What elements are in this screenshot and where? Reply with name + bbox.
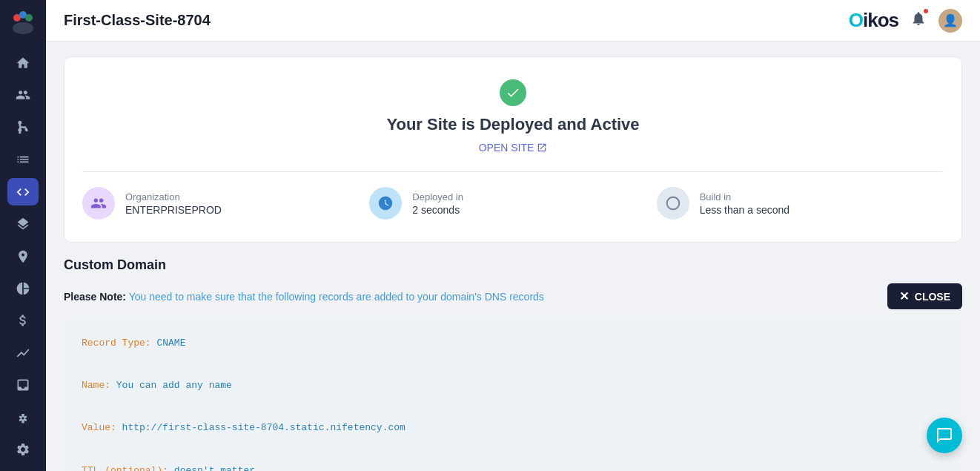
notice-bold: Please Note: [64,291,126,303]
dns-line-4 [82,397,944,418]
svg-point-3 [13,22,33,34]
sidebar-item-code[interactable] [7,178,39,205]
notification-badge [922,7,930,15]
dns-code-block: Record Type: CNAME Name: You can add any… [64,318,962,471]
info-build-in: Build in Less than a second [657,187,944,220]
info-row: Organization ENTERPRISEPROD Deployed in … [82,171,944,220]
dns-val-3: http://first-class-site-8704.static.nife… [122,422,405,433]
dns-line-3: Name: You can add any name [82,375,944,397]
sidebar-logo[interactable] [8,7,38,37]
dns-key-2: Name: [82,380,116,391]
notice-bar: Please Note: You need to make sure that … [64,283,962,309]
brand-o: O [849,9,863,31]
dns-line-7: TTL (optional): doesn't matter [82,461,944,471]
custom-domain-section: Custom Domain Please Note: You need to m… [64,257,962,471]
info-deployed-in: Deployed in 2 seconds [369,187,656,220]
open-site-link[interactable]: OPEN SITE [479,142,548,154]
sidebar-item-location[interactable] [7,243,39,270]
sidebar-item-dollar[interactable] [7,307,39,335]
close-label: CLOSE [915,291,950,303]
deployed-title: Your Site is Deployed and Active [386,115,639,134]
chat-bubble[interactable] [927,418,962,453]
sidebar-item-list[interactable] [7,145,39,173]
notice-highlight: following records are added to your doma… [276,291,544,303]
dns-key-4: TTL (optional): [82,465,174,471]
sidebar-item-gear-cog[interactable] [7,404,39,431]
brand-logo: Oikos [849,9,898,32]
notification-bell[interactable] [910,10,927,30]
dns-val-2: You can add any name [116,380,232,391]
sidebar [0,0,46,471]
sidebar-item-users[interactable] [7,81,39,108]
success-icon [500,79,526,106]
clock-icon-wrap [369,187,402,220]
sidebar-item-chart[interactable] [7,274,39,302]
header: First-Class-Site-8704 Oikos 👤 [46,0,980,42]
sidebar-item-layers[interactable] [7,210,39,237]
content-area: Your Site is Deployed and Active OPEN SI… [46,42,980,471]
info-organization: Organization ENTERPRISEPROD [82,187,369,220]
user-avatar[interactable]: 👤 [938,9,962,33]
close-button[interactable]: ✕ CLOSE [887,283,962,309]
deployed-card: Your Site is Deployed and Active OPEN SI… [64,56,962,243]
sidebar-item-inbox[interactable] [7,372,39,399]
dns-val-4: doesn't matter [174,465,255,471]
dns-val-1: CNAME [156,337,185,349]
sidebar-item-git[interactable] [7,113,39,141]
org-text: Organization ENTERPRISEPROD [125,191,222,216]
notice-text: Please Note: You need to make sure that … [64,291,544,303]
deployed-in-text: Deployed in 2 seconds [412,191,463,216]
page-title: First-Class-Site-8704 [64,12,211,29]
notice-normal: You need to make sure that the [129,291,276,303]
dns-line-2 [82,355,944,376]
custom-domain-title: Custom Domain [64,257,962,273]
sidebar-item-analytics[interactable] [7,339,39,366]
build-in-text: Build in Less than a second [700,191,789,216]
dns-line-5: Value: http://first-class-site-8704.stat… [82,418,944,439]
main-content: First-Class-Site-8704 Oikos 👤 Your Site … [46,0,980,471]
org-icon-wrap [82,187,115,220]
build-icon-wrap [657,187,689,220]
header-right: Oikos 👤 [849,9,962,33]
svg-point-2 [25,14,33,22]
dns-line-1: Record Type: CNAME [82,333,944,355]
dns-line-6 [82,439,944,461]
dns-key-3: Value: [82,422,122,433]
brand-rest: ikos [863,9,898,31]
deployment-status: Your Site is Deployed and Active OPEN SI… [82,79,944,154]
dns-key-1: Record Type: [82,337,156,349]
sidebar-item-home[interactable] [7,49,39,76]
close-x-icon: ✕ [899,289,909,303]
sidebar-item-settings[interactable] [7,436,39,464]
